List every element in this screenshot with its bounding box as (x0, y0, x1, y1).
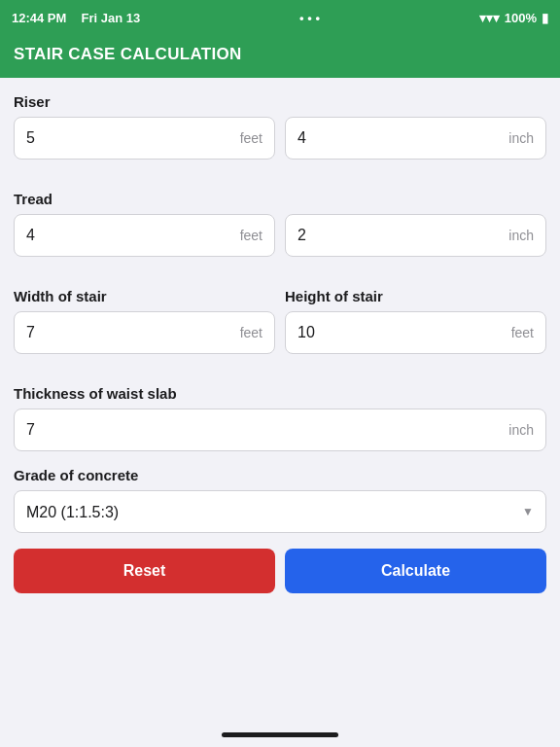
reset-button[interactable]: Reset (14, 549, 275, 593)
tread-feet-group: feet (14, 214, 275, 257)
tread-feet-wrapper: feet (14, 214, 275, 257)
status-bar: 12:44 PM Fri Jan 13 • • • ▾▾▾ 100% ▮ (0, 0, 560, 35)
riser-row: feet inch (14, 117, 546, 175)
height-stair-wrapper: feet (285, 311, 546, 354)
chevron-down-icon: ▼ (522, 505, 534, 518)
width-stair-wrapper: feet (14, 311, 275, 354)
status-time: 12:44 PM Fri Jan 13 (12, 11, 140, 25)
tread-inch-wrapper: inch (285, 214, 546, 257)
app-header: STAIR CASE CALCULATION (0, 35, 560, 78)
date-label: Fri Jan 13 (82, 11, 141, 25)
riser-inch-wrapper: inch (285, 117, 546, 160)
dots-label: • • • (299, 11, 320, 25)
tread-feet-input[interactable] (26, 227, 234, 244)
thickness-label: Thickness of waist slab (14, 385, 546, 402)
height-stair-label: Height of stair (285, 288, 546, 304)
thickness-wrapper: inch (14, 409, 546, 451)
calculate-button[interactable]: Calculate (285, 549, 546, 593)
wifi-icon: ▾▾▾ (479, 11, 500, 25)
tread-label: Tread (14, 191, 546, 207)
riser-feet-wrapper: feet (14, 117, 275, 160)
status-icons: ▾▾▾ 100% ▮ (479, 11, 548, 25)
riser-inch-input[interactable] (298, 129, 503, 147)
thickness-input[interactable] (26, 421, 503, 439)
width-stair-label: Width of stair (14, 288, 275, 304)
action-buttons: Reset Calculate (14, 549, 546, 593)
time-label: 12:44 PM (12, 11, 66, 25)
height-stair-unit: feet (511, 325, 534, 340)
grade-group: Grade of concrete M20 (1:1.5:3) M25 (1:1… (14, 467, 546, 533)
form-content: Riser feet inch Tread feet inch (0, 78, 560, 609)
tread-inch-group: inch (285, 214, 546, 257)
battery-icon: ▮ (542, 11, 548, 25)
riser-feet-group: feet (14, 117, 275, 160)
height-stair-input[interactable] (298, 324, 506, 341)
riser-inch-unit: inch (508, 130, 534, 146)
page-title: STAIR CASE CALCULATION (14, 45, 546, 64)
width-stair-group: Width of stair feet (14, 288, 275, 354)
tread-row: feet inch (14, 214, 546, 272)
tread-inch-unit: inch (508, 228, 534, 243)
riser-feet-unit: feet (240, 130, 262, 146)
width-stair-unit: feet (240, 325, 262, 340)
grade-select[interactable]: M20 (1:1.5:3) M25 (1:1:2) M30 M35 M40 (26, 504, 522, 520)
thickness-group: Thickness of waist slab inch (14, 385, 546, 451)
width-height-label-row: Width of stair feet Height of stair feet (14, 288, 546, 370)
riser-label: Riser (14, 93, 546, 110)
battery-percent: 100% (505, 11, 537, 25)
riser-feet-input[interactable] (26, 129, 234, 147)
width-stair-input[interactable] (26, 324, 234, 341)
thickness-unit: inch (508, 422, 534, 438)
tread-inch-input[interactable] (298, 227, 503, 244)
tread-feet-unit: feet (240, 228, 262, 243)
riser-inch-group: inch (285, 117, 546, 160)
home-indicator (222, 732, 338, 737)
grade-label: Grade of concrete (14, 467, 546, 483)
status-dots: • • • (299, 11, 320, 25)
height-stair-group: Height of stair feet (285, 288, 546, 354)
grade-select-wrapper: M20 (1:1.5:3) M25 (1:1:2) M30 M35 M40 ▼ (14, 490, 546, 533)
